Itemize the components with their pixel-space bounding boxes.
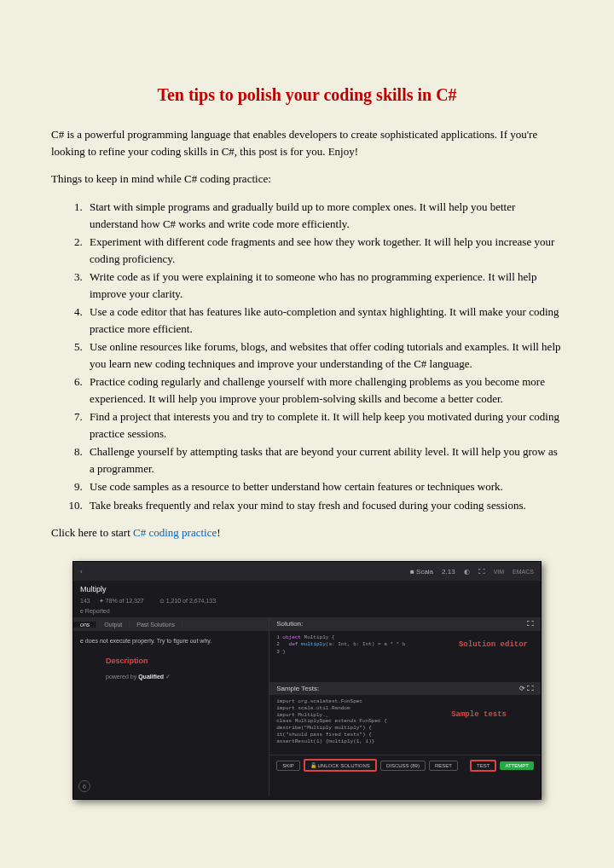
vim-mode: VIM [494,569,504,575]
code-line-1: 1 object Multiply { [276,634,334,640]
cta-prefix: Click here to start [51,526,133,539]
tip-item: Challenge yourself by attempting tasks t… [85,443,563,477]
discuss-button: DISCUSS (89) [380,761,426,771]
tip-item: Find a project that interests you and tr… [85,408,563,442]
moon-icon: ◐ [464,568,470,576]
sample-line: it("should pass fixed tests") { [276,732,534,738]
emacs-mode: EMACS [513,569,534,575]
page-title: Ten tips to polish your coding skills in… [51,85,563,105]
sample-line: assertResult(1) {multiply(1, 1)} [276,738,534,745]
tip-item: Use a code editor that has features like… [85,304,563,337]
skip-button: SKIP [276,761,300,771]
tip-item: Start with simple programs and gradually… [85,199,563,232]
sample-tests-annotation: Sample tests [451,710,507,720]
solution-header: Solution: [276,620,303,628]
tip-item: Use online resources like forums, blogs,… [85,339,563,372]
screenshot-topbar: ‹ ■ Scala 2.13 ◐ ⛶ VIM EMACS [73,562,541,581]
language-label: ■ Scala [410,568,433,576]
coding-practice-link[interactable]: C# coding practice [133,526,217,539]
code-editor-screenshot: ‹ ■ Scala 2.13 ◐ ⛶ VIM EMACS Multiply 14… [72,561,542,800]
test-button: TEST [470,760,496,772]
version-label: 2.13 [442,568,455,576]
tip-item: Take breaks frequently and relax your mi… [85,497,563,514]
sample-line: describe("Multiply multiply") { [276,725,534,732]
controls-icons: ⟳ ⛶ [519,685,534,692]
code-line-2: 2 def multiply(a: Int, b: Int) = a * * b [276,641,405,647]
reported-stat: e Reported [80,608,110,614]
tips-list: Start with simple programs and gradually… [85,199,563,513]
error-message: e does not execute properly. Try to figu… [80,638,262,644]
cta-suffix: ! [217,526,220,539]
unlock-solutions-button: 🔓 UNLOCK SOLUTIONS [304,759,377,772]
rank-stat: 143 [80,598,90,604]
expand-icon: ⛶ [527,620,534,628]
powered-by-label: powered by Qualified ✓ [106,674,262,680]
list-heading: Things to keep in mind while C# coding p… [51,172,563,186]
intro-paragraph: C# is a powerful programming language th… [51,126,563,159]
reset-button: RESET [429,761,458,771]
solution-editor-annotation: Solution editor [459,639,528,651]
percent-stat: ✦ 78% of 12,327 [99,598,151,604]
expand-icon: ⛶ [478,568,485,576]
completions-stat: ⊙ 1,210 of 2,674,133 [159,598,223,604]
attempt-button: ATTEMPT [500,761,534,770]
sample-line: import org.scalatest.FunSpec [276,698,534,705]
tip-item: Experiment with different code fragments… [85,234,563,267]
kata-title: Multiply [80,585,107,593]
action-bar: SKIP 🔓 UNLOCK SOLUTIONS DISCUSS (89) RES… [269,755,541,775]
tip-item: Practice coding regularly and challenge … [85,373,563,407]
tab-output: Output [97,622,130,628]
code-line-3: 3 } [276,649,286,655]
description-annotation: Description [106,657,262,665]
back-arrow-icon: ‹ [80,568,83,576]
tab-instructions: ons [73,622,97,628]
cta-line: Click here to start C# coding practice! [51,526,563,540]
solution-code-area: 1 object Multiply { 2 def multiply(a: In… [269,631,541,682]
kyu-badge: 6 [78,780,90,792]
tab-past-solutions: Past Solutions [130,622,182,628]
tip-item: Use code samples as a resource to better… [85,478,563,495]
sample-tests-code: import org.scalatest.FunSpec import scal… [269,695,541,755]
sample-tests-header: Sample Tests: [276,685,319,692]
tip-item: Write code as if you were explaining it … [85,269,563,302]
description-panel: ons Output Past Solutions e does not exe… [73,617,269,796]
